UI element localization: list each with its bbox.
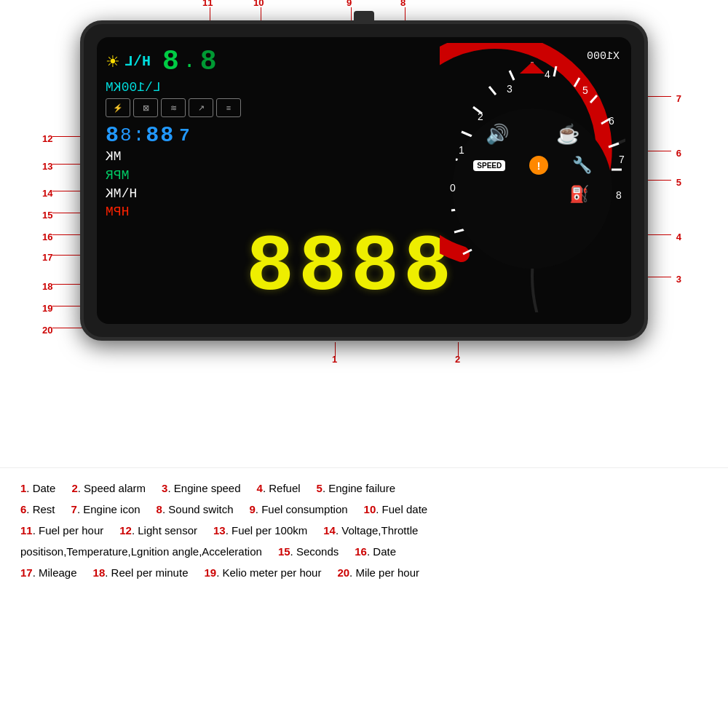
- legend-12: 12. Light sensor: [119, 521, 197, 540]
- km100-label: L\100KM: [106, 80, 161, 95]
- legend-8: 8. Sound switch: [157, 499, 234, 519]
- legend-row-5: 17. Mileage 18. Reel per minute 19. Keli…: [20, 563, 708, 582]
- ann-19-label: 19: [42, 303, 52, 314]
- device-wrapper: 12 13 14 15 16 17 18 19 20 11 10 9 8 1 2…: [80, 20, 648, 341]
- km-label: MK: [106, 149, 122, 164]
- green-digit-1: 8: [162, 46, 179, 77]
- ann-10-label: 10: [253, 0, 264, 8]
- svg-text:5: 5: [582, 84, 588, 96]
- ann-14-label: 14: [42, 188, 52, 199]
- legend-16: 16. Date: [355, 542, 396, 561]
- svg-text:8: 8: [616, 189, 622, 201]
- legend-area: 1. Date 2. Speed alarm 3. Engine speed 4…: [0, 467, 728, 728]
- hud-device: ☀ H\L 8 . 8 L\100KM ⚡ ⊠ ≋ ↗ ≡: [80, 20, 648, 341]
- legend-row-3: 11. Fuel per hour 12. Light sensor 13. F…: [20, 521, 708, 540]
- blue-digit-5: 7: [179, 126, 189, 146]
- ann-15-label: 15: [42, 210, 52, 221]
- speed-digit-1: 8: [246, 228, 294, 308]
- legend-3: 3. Engine speed: [162, 478, 240, 498]
- svg-text:4: 4: [545, 68, 550, 80]
- legend-13: 13. Fuel per 100km: [213, 521, 307, 540]
- icon-row: ⚡ ⊠ ≋ ↗ ≡: [106, 98, 273, 117]
- blue-digit-3: 8: [146, 123, 159, 148]
- legend-1: 1. Date: [20, 478, 55, 498]
- legend-7: 7. Engine icon: [71, 499, 141, 519]
- svg-text:2: 2: [478, 111, 483, 122]
- svg-text:3: 3: [507, 83, 513, 95]
- legend-20: 20. Mile per hour: [337, 563, 419, 582]
- ann-7-label: 7: [676, 93, 681, 104]
- svg-text:0: 0: [450, 182, 456, 194]
- legend-14-cont: positison,Temperature,Lgnition angle,Acc…: [20, 542, 262, 561]
- legend-row-4: positison,Temperature,Lgnition angle,Acc…: [20, 542, 708, 561]
- legend-row-1: 1. Date 2. Speed alarm 3. Engine speed 4…: [20, 478, 708, 498]
- legend-19: 19. Kelio meter per hour: [204, 563, 321, 582]
- ann-18-label: 18: [42, 281, 52, 292]
- svg-text:7: 7: [619, 154, 625, 165]
- icon-1: ⚡: [106, 98, 130, 117]
- warning-icon: !: [529, 156, 548, 175]
- ann-5-label: 5: [676, 177, 681, 188]
- speed-badge: SPEED: [473, 160, 505, 171]
- blue-separator: :: [133, 124, 145, 146]
- ann-6-label: 6: [676, 148, 681, 159]
- icon-5: ≡: [216, 98, 241, 117]
- speed-digit-3: 8: [351, 228, 399, 308]
- speedo-inner-icons: 🔊 ☕ SPEED ! 🔧 ⛽: [462, 123, 604, 204]
- engine-icon: 🔧: [572, 156, 592, 175]
- ann-11-label: 11: [202, 0, 213, 8]
- icon-4: ↗: [189, 98, 213, 117]
- icon-2: ⊠: [133, 98, 158, 117]
- legend-9: 9. Fuel consumption: [250, 499, 348, 519]
- legend-6: 6. Rest: [20, 499, 55, 519]
- green-dot: .: [183, 50, 196, 73]
- ann-4-label: 4: [676, 232, 681, 242]
- legend-5: 5. Engine failure: [317, 478, 395, 498]
- hl-display: H\L: [124, 53, 151, 70]
- speaker-icon: 🔊: [486, 123, 509, 146]
- svg-text:6: 6: [609, 115, 614, 127]
- large-speed-display: 8 8 8 8: [246, 228, 451, 308]
- kmh-label: H\MK: [106, 185, 137, 203]
- blue-digit-4: 8: [160, 123, 173, 148]
- svg-line-5: [510, 71, 514, 80]
- speed-digit-2: 8: [298, 228, 347, 308]
- legend-10: 10. Fuel date: [364, 499, 428, 519]
- legend-row-2: 6. Rest 7. Engine icon 8. Sound switch 9…: [20, 499, 708, 519]
- ann-13-label: 13: [42, 161, 52, 172]
- legend-14: 14. Voltage,Throttle: [323, 521, 418, 540]
- legend-17: 17. Mileage: [20, 563, 77, 582]
- ann-3-label: 3: [676, 274, 681, 285]
- ann-12-label: 12: [42, 133, 52, 144]
- svg-line-4: [489, 87, 496, 95]
- legend-2: 2. Speed alarm: [71, 478, 146, 498]
- legend-18: 18. Reel per minute: [93, 563, 189, 582]
- mph-label: HPM: [106, 203, 129, 221]
- green-digit-2: 8: [200, 46, 217, 77]
- speedometer: X1000: [440, 43, 625, 312]
- fuel-icon: ⛽: [569, 185, 589, 204]
- ann-16-label: 16: [42, 232, 52, 242]
- legend-11: 11. Fuel per hour: [20, 521, 103, 540]
- legend-15: 15. Seconds: [278, 542, 339, 561]
- coffee-icon: ☕: [556, 123, 579, 146]
- legend-4: 4. Refuel: [257, 478, 301, 498]
- sun-icon: ☀: [106, 52, 120, 71]
- hud-screen: ☀ H\L 8 . 8 L\100KM ⚡ ⊠ ≋ ↗ ≡: [97, 37, 631, 324]
- rpm-label: MPR: [106, 167, 129, 185]
- blue-colon: 8: [120, 124, 132, 146]
- blue-digit-1: 8: [106, 123, 119, 148]
- ann-17-label: 17: [42, 252, 52, 263]
- ann-20-label: 20: [42, 325, 52, 336]
- icon-3: ≋: [161, 98, 186, 117]
